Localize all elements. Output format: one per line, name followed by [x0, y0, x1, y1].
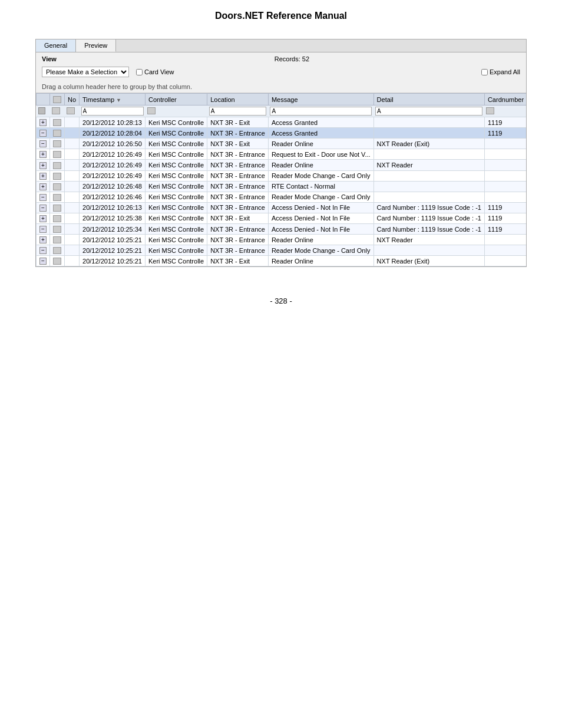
- cell-ico-13: [50, 256, 65, 266]
- expand-all-label[interactable]: Expand All: [481, 68, 520, 75]
- cell-location-6: NXT 3R - Entrance: [207, 181, 269, 192]
- filter-timestamp[interactable]: [80, 106, 146, 117]
- filter-message[interactable]: [268, 106, 373, 117]
- filter-expand: [37, 106, 50, 117]
- cell-controller-4: Keri MSC Controlle: [146, 160, 207, 170]
- ico-icon-2: [53, 140, 61, 147]
- ico-icon-5: [53, 173, 61, 180]
- tab-preview[interactable]: Preview: [76, 39, 116, 52]
- records-label: Records: 52: [275, 55, 309, 62]
- selection-row: Please Make a Selection Card View Expand…: [36, 65, 526, 81]
- cell-detail-2: NXT Reader (Exit): [373, 139, 484, 149]
- cell-message-11: Reader Online: [268, 235, 373, 245]
- cell-expand-8[interactable]: −: [37, 202, 50, 213]
- ico-icon-10: [53, 226, 61, 233]
- th-timestamp[interactable]: Timestamp ▼: [80, 94, 146, 106]
- page-footer: - 328 -: [0, 279, 562, 311]
- expand-btn-9[interactable]: +: [39, 215, 47, 222]
- cell-cardnumber-12: [484, 245, 526, 256]
- expand-btn-0[interactable]: +: [39, 119, 47, 126]
- cell-controller-12: Keri MSC Controlle: [146, 245, 207, 256]
- cell-expand-4[interactable]: +: [37, 160, 50, 170]
- expand-btn-10[interactable]: −: [39, 226, 47, 233]
- cell-expand-12[interactable]: −: [37, 245, 50, 256]
- filter-cardnumber[interactable]: [484, 106, 526, 117]
- tab-general[interactable]: General: [36, 39, 76, 52]
- cell-controller-3: Keri MSC Controlle: [146, 149, 207, 160]
- cell-expand-10[interactable]: −: [37, 224, 50, 235]
- filter-input-detail[interactable]: [375, 107, 482, 116]
- expand-btn-2[interactable]: −: [39, 140, 47, 147]
- expand-btn-5[interactable]: +: [39, 173, 47, 180]
- cell-ico-10: [50, 224, 65, 235]
- table-body: + 20/12/2012 10:28:13 Keri MSC Controlle…: [37, 117, 527, 266]
- filter-input-location[interactable]: [209, 107, 267, 116]
- filter-location[interactable]: [207, 106, 269, 117]
- table-row: − 20/12/2012 10:26:13 Keri MSC Controlle…: [37, 202, 527, 213]
- th-controller[interactable]: Controller: [146, 94, 207, 106]
- expand-btn-12[interactable]: −: [39, 247, 47, 254]
- cell-expand-1[interactable]: −: [37, 128, 50, 139]
- cell-expand-2[interactable]: −: [37, 139, 50, 149]
- cell-location-13: NXT 3R - Exit: [207, 256, 269, 266]
- filter-icon-no: [67, 107, 75, 114]
- cell-timestamp-12: 20/12/2012 10:25:21: [80, 245, 146, 256]
- expand-btn-4[interactable]: +: [39, 162, 47, 169]
- table-row: − 20/12/2012 10:25:21 Keri MSC Controlle…: [37, 256, 527, 266]
- ico-icon-7: [53, 194, 61, 201]
- cell-timestamp-6: 20/12/2012 10:26:48: [80, 181, 146, 192]
- filter-icon-expand: [38, 107, 45, 114]
- card-view-checkbox-label[interactable]: Card View: [136, 68, 174, 75]
- cell-timestamp-2: 20/12/2012 10:26:50: [80, 139, 146, 149]
- cell-message-3: Request to Exit - Door use Not V...: [268, 149, 373, 160]
- filter-input-timestamp[interactable]: [81, 107, 144, 116]
- expand-btn-1[interactable]: −: [39, 130, 47, 137]
- table-row: − 20/12/2012 10:26:50 Keri MSC Controlle…: [37, 139, 527, 149]
- th-ico[interactable]: [50, 94, 65, 106]
- expand-all-checkbox[interactable]: [481, 69, 488, 75]
- cell-no-9: [65, 213, 80, 223]
- cell-expand-9[interactable]: +: [37, 213, 50, 223]
- cell-no-11: [65, 235, 80, 245]
- table-row: − 20/12/2012 10:25:34 Keri MSC Controlle…: [37, 224, 527, 235]
- cell-no-5: [65, 170, 80, 181]
- cell-expand-11[interactable]: +: [37, 235, 50, 245]
- cell-timestamp-7: 20/12/2012 10:26:46: [80, 192, 146, 202]
- cell-controller-13: Keri MSC Controlle: [146, 256, 207, 266]
- th-cardnumber[interactable]: Cardnumber: [484, 94, 526, 106]
- expand-btn-6[interactable]: +: [39, 183, 47, 190]
- cell-expand-6[interactable]: +: [37, 181, 50, 192]
- expand-btn-8[interactable]: −: [39, 205, 47, 212]
- expand-btn-7[interactable]: −: [39, 194, 47, 201]
- cell-expand-7[interactable]: −: [37, 192, 50, 202]
- th-location[interactable]: Location: [207, 94, 269, 106]
- cell-cardnumber-11: [484, 235, 526, 245]
- expand-btn-11[interactable]: +: [39, 236, 47, 243]
- cell-cardnumber-5: [484, 170, 526, 181]
- th-no[interactable]: No: [65, 94, 80, 106]
- table-row: − 20/12/2012 10:28:04 Keri MSC Controlle…: [37, 128, 527, 139]
- th-detail[interactable]: Detail: [373, 94, 484, 106]
- ico-icon-0: [53, 119, 61, 126]
- cell-no-3: [65, 149, 80, 160]
- card-view-checkbox[interactable]: [136, 69, 143, 75]
- cell-expand-3[interactable]: +: [37, 149, 50, 160]
- cell-expand-0[interactable]: +: [37, 117, 50, 128]
- table-row: + 20/12/2012 10:26:49 Keri MSC Controlle…: [37, 149, 527, 160]
- cell-timestamp-4: 20/12/2012 10:26:49: [80, 160, 146, 170]
- th-message[interactable]: Message: [268, 94, 373, 106]
- cell-expand-5[interactable]: +: [37, 170, 50, 181]
- table-row: + 20/12/2012 10:25:38 Keri MSC Controlle…: [37, 213, 527, 223]
- filter-input-message[interactable]: [270, 107, 372, 116]
- ico-icon-8: [53, 205, 61, 212]
- cell-ico-3: [50, 149, 65, 160]
- expand-btn-13[interactable]: −: [39, 258, 47, 265]
- cell-ico-0: [50, 117, 65, 128]
- filter-controller[interactable]: [146, 106, 207, 117]
- cell-location-7: NXT 3R - Entrance: [207, 192, 269, 202]
- selection-dropdown[interactable]: Please Make a Selection: [42, 67, 129, 77]
- filter-detail[interactable]: [373, 106, 484, 117]
- cell-detail-12: [373, 245, 484, 256]
- cell-expand-13[interactable]: −: [37, 256, 50, 266]
- expand-btn-3[interactable]: +: [39, 151, 47, 158]
